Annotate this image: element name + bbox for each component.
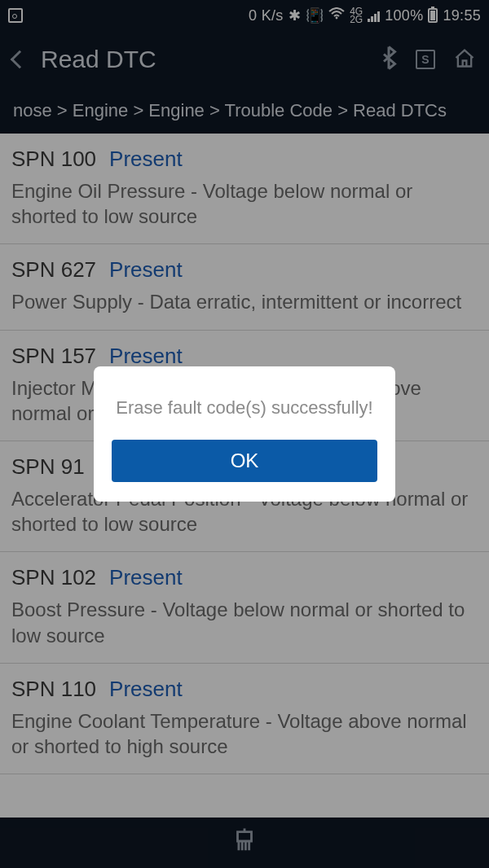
dialog-message: Erase fault code(s) successfully! [112,397,377,419]
modal-overlay: Erase fault code(s) successfully! OK [0,0,489,868]
ok-button[interactable]: OK [112,440,377,482]
erase-success-dialog: Erase fault code(s) successfully! OK [94,366,395,502]
